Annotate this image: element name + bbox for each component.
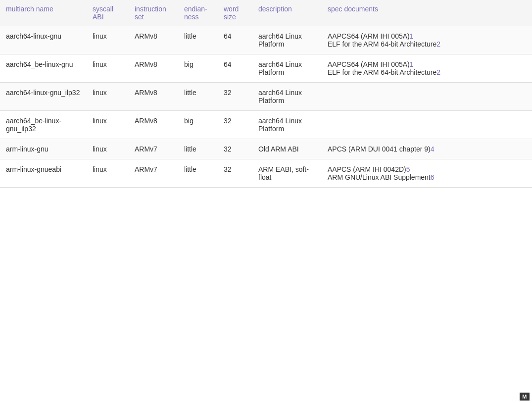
table-row: aarch64_be-linux-gnulinuxARMv8big64aarch… <box>0 54 532 83</box>
header-instruction: instruction set <box>129 0 178 26</box>
cell-word: 32 <box>218 139 252 159</box>
spec-text: AAPCS64 (ARM IHI 005A) <box>328 32 410 40</box>
cell-multiarch: aarch64_be-linux-gnu_ilp32 <box>0 111 87 139</box>
cell-multiarch: aarch64_be-linux-gnu <box>0 54 87 83</box>
cell-endian: big <box>178 54 218 83</box>
cell-multiarch: arm-linux-gnu <box>0 139 87 159</box>
cell-instruction: ARMv8 <box>129 83 178 111</box>
cell-multiarch: arm-linux-gnueabi <box>0 159 87 188</box>
cell-syscall: linux <box>87 111 129 139</box>
cell-syscall: linux <box>87 26 129 54</box>
cell-word: 32 <box>218 111 252 139</box>
cell-description: aarch64 Linux Platform <box>252 83 322 111</box>
spec-link[interactable]: 2 <box>436 68 440 76</box>
spec-text: AAPCS (ARM IHI 0042D) <box>328 165 406 173</box>
spec-link[interactable]: 5 <box>406 165 410 173</box>
cell-instruction: ARMv8 <box>129 111 178 139</box>
spec-text: APCS (ARM DUI 0041 chapter 9) <box>328 145 431 153</box>
spec-link[interactable]: 4 <box>431 145 435 153</box>
cell-word: 64 <box>218 54 252 83</box>
cell-spec: AAPCS (ARM IHI 0042D)5ARM GNU/Linux ABI … <box>322 159 532 188</box>
spec-link[interactable]: 1 <box>410 60 414 68</box>
spec-link[interactable]: 6 <box>431 173 435 181</box>
table-row: aarch64-linux-gnulinuxARMv8little64aarch… <box>0 26 532 54</box>
cell-multiarch: aarch64-linux-gnu <box>0 26 87 54</box>
cell-word: 64 <box>218 26 252 54</box>
spec-link[interactable]: 2 <box>436 40 440 48</box>
cell-word: 32 <box>218 159 252 188</box>
cell-description: ARM EABI, soft-float <box>252 159 322 188</box>
cell-syscall: linux <box>87 159 129 188</box>
cell-spec <box>322 111 532 139</box>
cell-description: Old ARM ABI <box>252 139 322 159</box>
table-row: aarch64-linux-gnu_ilp32linuxARMv8little3… <box>0 83 532 111</box>
cell-syscall: linux <box>87 83 129 111</box>
cell-syscall: linux <box>87 139 129 159</box>
cell-description: aarch64 Linux Platform <box>252 111 322 139</box>
table-row: arm-linux-gnueabilinuxARMv7little32ARM E… <box>0 159 532 188</box>
cell-instruction: ARMv8 <box>129 26 178 54</box>
header-multiarch: multiarch name <box>0 0 87 26</box>
cell-spec: AAPCS64 (ARM IHI 005A)1ELF for the ARM 6… <box>322 54 532 83</box>
cell-instruction: ARMv8 <box>129 54 178 83</box>
table-row: arm-linux-gnulinuxARMv7little32Old ARM A… <box>0 139 532 159</box>
table-row: aarch64_be-linux-gnu_ilp32linuxARMv8big3… <box>0 111 532 139</box>
header-description: description <box>252 0 322 26</box>
header-spec: spec documents <box>322 0 532 26</box>
cell-endian: little <box>178 139 218 159</box>
cell-spec <box>322 83 532 111</box>
spec-text: ELF for the ARM 64-bit Architecture <box>328 40 436 48</box>
spec-text: AAPCS64 (ARM IHI 005A) <box>328 60 410 68</box>
cell-endian: little <box>178 83 218 111</box>
cell-spec: APCS (ARM DUI 0041 chapter 9)4 <box>322 139 532 159</box>
table-header-row: multiarch name syscallABI instruction se… <box>0 0 532 26</box>
cell-word: 32 <box>218 83 252 111</box>
spec-link[interactable]: 1 <box>410 32 414 40</box>
multiarch-table: multiarch name syscallABI instruction se… <box>0 0 532 188</box>
spec-text: ARM GNU/Linux ABI Supplement <box>328 173 431 181</box>
cell-multiarch: aarch64-linux-gnu_ilp32 <box>0 83 87 111</box>
cell-instruction: ARMv7 <box>129 139 178 159</box>
cell-spec: AAPCS64 (ARM IHI 005A)1ELF for the ARM 6… <box>322 26 532 54</box>
header-word: wordsize <box>218 0 252 26</box>
spec-text: ELF for the ARM 64-bit Architecture <box>328 68 436 76</box>
header-syscall: syscallABI <box>87 0 129 26</box>
cell-endian: big <box>178 111 218 139</box>
cell-endian: little <box>178 26 218 54</box>
cell-endian: little <box>178 159 218 188</box>
cell-description: aarch64 Linux Platform <box>252 26 322 54</box>
cell-instruction: ARMv7 <box>129 159 178 188</box>
cell-syscall: linux <box>87 54 129 83</box>
header-endian: endian-ness <box>178 0 218 26</box>
cell-description: aarch64 Linux Platform <box>252 54 322 83</box>
